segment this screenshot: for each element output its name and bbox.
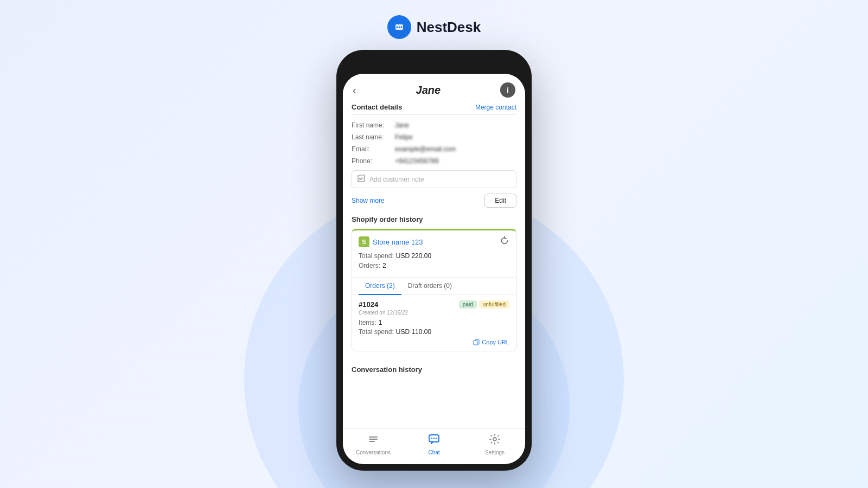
- svg-rect-9: [474, 341, 477, 345]
- badge-wrap: paid unfulfilled: [459, 300, 509, 309]
- phone-screen: ‹ Jane i Contact details Merge contact F…: [343, 74, 525, 464]
- order-number: #1024: [359, 300, 378, 309]
- email-label: Email:: [352, 145, 395, 153]
- store-name-wrap: S Store name 123: [359, 236, 423, 247]
- items-count: 1: [379, 319, 382, 326]
- contact-details-header: Contact details Merge contact: [352, 103, 516, 115]
- orders-count: 2: [382, 262, 386, 269]
- show-more-button[interactable]: Show more: [352, 197, 385, 204]
- total-spend-value: USD 220.00: [396, 252, 431, 260]
- note-input-wrap[interactable]: Add customer note: [352, 170, 516, 188]
- back-button[interactable]: ‹: [353, 84, 356, 97]
- phone-value: +84123456789: [395, 157, 438, 165]
- phone-notch: [399, 56, 469, 72]
- note-placeholder-text: Add customer note: [369, 176, 424, 183]
- action-row: Show more Edit: [352, 194, 516, 208]
- order-card: #1024 paid unfulfilled Created on 12/16/…: [352, 295, 516, 351]
- note-icon: [358, 175, 365, 184]
- nav-item-chat[interactable]: Chat: [404, 433, 464, 455]
- merge-contact-button[interactable]: Merge contact: [475, 104, 516, 111]
- nav-item-settings[interactable]: Settings: [464, 433, 525, 455]
- svg-point-14: [431, 438, 432, 439]
- detail-row-phone: Phone: +84123456789: [352, 157, 516, 165]
- contact-details-section: Contact details Merge contact First name…: [343, 103, 525, 208]
- items-label: Items:: [359, 319, 376, 326]
- order-total-label: Total spend:: [359, 328, 394, 336]
- edit-button[interactable]: Edit: [484, 194, 516, 208]
- badge-unfulfilled: unfulfilled: [479, 300, 509, 309]
- settings-icon: [489, 433, 501, 448]
- svg-point-16: [436, 438, 437, 439]
- phone-frame: ‹ Jane i Contact details Merge contact F…: [336, 50, 532, 471]
- shopify-icon: S: [359, 236, 369, 247]
- copy-url-wrap: Copy URL: [359, 339, 509, 345]
- lastname-value: Felipe: [395, 133, 413, 141]
- shopify-section: Shopify order history S Store name 123: [343, 215, 525, 351]
- app-title: NestDesk: [417, 19, 481, 36]
- svg-point-17: [493, 438, 496, 441]
- lastname-label: Last name:: [352, 133, 395, 141]
- badge-paid: paid: [459, 300, 477, 309]
- shopify-card: S Store name 123 Total spend:: [352, 229, 516, 351]
- order-total-value: USD 110.00: [396, 328, 431, 336]
- conversation-history-title: Conversation history: [343, 359, 525, 376]
- phone-label: Phone:: [352, 157, 395, 165]
- conversations-label: Conversations: [356, 450, 391, 455]
- firstname-label: First name:: [352, 121, 395, 129]
- tab-draft-orders[interactable]: Draft orders (0): [401, 278, 458, 295]
- tab-orders[interactable]: Orders (2): [359, 278, 401, 295]
- app-logo-icon: [387, 15, 411, 39]
- contact-details-title: Contact details: [352, 103, 402, 111]
- info-button[interactable]: i: [500, 82, 515, 98]
- order-header: #1024 paid unfulfilled: [359, 300, 509, 309]
- shopify-title: Shopify order history: [352, 215, 516, 223]
- svg-point-3: [398, 27, 400, 28]
- nav-item-conversations[interactable]: Conversations: [343, 433, 404, 455]
- chat-icon: [428, 433, 440, 448]
- email-value: example@email.com: [395, 145, 456, 153]
- order-spend-row: Total spend: USD 110.00: [359, 328, 509, 336]
- shopify-stats: Total spend: USD 220.00 Orders: 2: [352, 252, 516, 278]
- svg-point-15: [433, 438, 435, 439]
- total-spend-label: Total spend:: [359, 252, 394, 260]
- orders-label: Orders:: [359, 262, 380, 269]
- conversations-icon: [367, 433, 379, 448]
- orders-row: Orders: 2: [359, 262, 509, 269]
- top-bar: ‹ Jane i: [343, 74, 525, 103]
- copy-url-button[interactable]: Copy URL: [473, 339, 509, 345]
- bottom-nav: Conversations Chat: [343, 428, 525, 464]
- order-date: Created on 12/16/22: [359, 310, 509, 316]
- store-name: Store name 123: [373, 238, 423, 246]
- screen-content[interactable]: ‹ Jane i Contact details Merge contact F…: [343, 74, 525, 428]
- firstname-value: Jane: [395, 121, 409, 129]
- shopify-card-header: S Store name 123: [352, 230, 516, 252]
- detail-row-firstname: First name: Jane: [352, 121, 516, 129]
- svg-point-4: [400, 27, 402, 28]
- tabs-bar: Orders (2) Draft orders (0): [352, 278, 516, 295]
- detail-row-lastname: Last name: Felipe: [352, 133, 516, 141]
- app-header: NestDesk: [387, 15, 481, 39]
- chat-label: Chat: [428, 450, 439, 455]
- settings-label: Settings: [485, 450, 505, 455]
- total-spend-row: Total spend: USD 220.00: [359, 252, 509, 260]
- refresh-button[interactable]: [500, 236, 509, 248]
- detail-row-email: Email: example@email.com: [352, 145, 516, 153]
- contact-name: Jane: [416, 84, 441, 97]
- svg-point-2: [396, 27, 398, 28]
- order-items-row: Items: 1: [359, 319, 509, 326]
